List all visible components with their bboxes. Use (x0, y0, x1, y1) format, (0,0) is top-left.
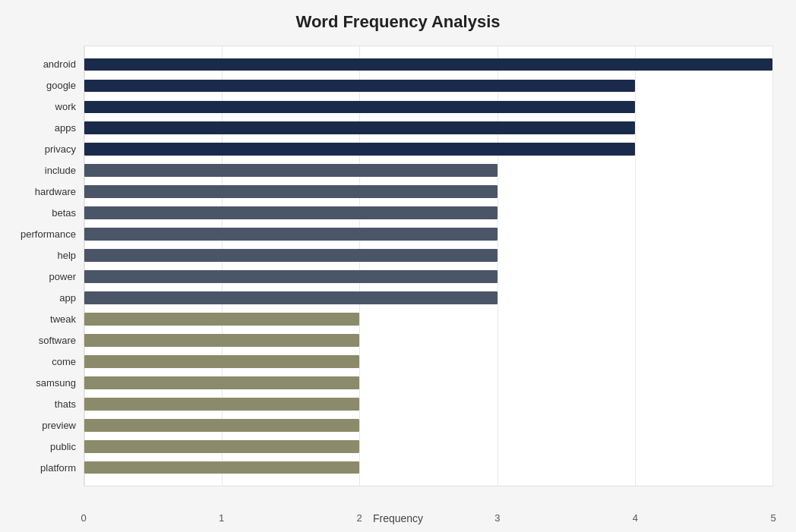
y-label: power (0, 266, 82, 287)
y-label: betas (0, 202, 82, 223)
bar (84, 398, 359, 411)
y-label: google (0, 74, 82, 96)
bar-row (84, 139, 772, 160)
y-label: help (0, 244, 82, 266)
bar (84, 291, 498, 304)
chart-title: Word Frequency Analysis (0, 12, 796, 32)
bar-row (84, 203, 772, 224)
chart-container: Word Frequency Analysis androidgooglewor… (0, 0, 796, 532)
bar-row (84, 75, 772, 96)
bar (84, 228, 498, 241)
bar-row (84, 224, 772, 245)
bar (84, 185, 498, 198)
bar-row (84, 414, 772, 436)
chart-area (84, 46, 773, 486)
y-label: tweak (0, 309, 82, 330)
grid-line (772, 46, 773, 486)
bar (84, 58, 772, 71)
y-label: performance (0, 223, 82, 244)
bar-row (84, 308, 772, 329)
bar (84, 355, 359, 368)
bar-row (84, 393, 772, 414)
bar-row (84, 287, 772, 308)
bar (84, 206, 498, 219)
y-label: work (0, 96, 82, 117)
bar (84, 143, 635, 156)
y-label: preview (0, 415, 82, 436)
bar (84, 376, 359, 389)
bar (84, 313, 359, 326)
bar-row (84, 181, 772, 203)
bar-row (84, 351, 772, 372)
y-label: samsung (0, 373, 82, 394)
y-label: platform (0, 458, 82, 479)
bar (84, 121, 635, 134)
bar (84, 461, 359, 474)
bar-row (84, 266, 772, 288)
bar-row (84, 436, 772, 457)
bar (84, 249, 498, 262)
y-axis-labels: androidgoogleworkappsprivacyincludehardw… (0, 46, 82, 486)
y-label: thats (0, 394, 82, 415)
y-label: public (0, 436, 82, 458)
bar (84, 164, 498, 177)
bar (84, 419, 359, 432)
bar (84, 334, 359, 347)
y-label: apps (0, 117, 82, 138)
y-label: privacy (0, 138, 82, 159)
y-label: software (0, 330, 82, 351)
bar-row (84, 96, 772, 118)
bar-row (84, 245, 772, 266)
bar-row (84, 372, 772, 393)
y-label: android (0, 53, 82, 74)
bar-row (84, 329, 772, 351)
y-label: hardware (0, 181, 82, 202)
bar (84, 80, 635, 93)
bar (84, 101, 635, 114)
bars-wrapper (84, 46, 772, 486)
bar-row (84, 160, 772, 181)
y-label: include (0, 159, 82, 181)
bar (84, 440, 359, 453)
y-label: come (0, 351, 82, 373)
bar-row (84, 118, 772, 139)
bar-row (84, 457, 772, 478)
x-axis-title: Frequency (0, 512, 796, 524)
y-label: app (0, 288, 82, 309)
bar-row (84, 54, 772, 75)
bar (84, 270, 498, 283)
